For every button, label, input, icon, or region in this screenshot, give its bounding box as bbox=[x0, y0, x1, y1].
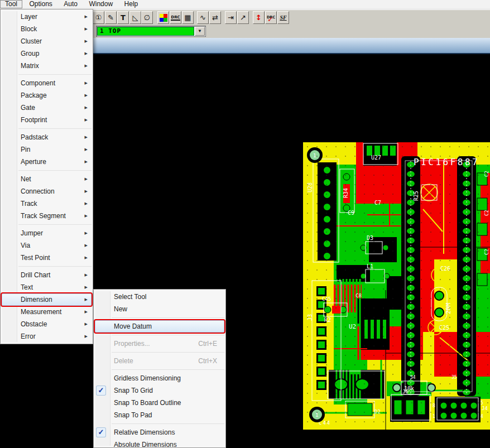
stretch-icon: ⇄ bbox=[212, 13, 218, 22]
submenu-arrow-icon: ▶ bbox=[85, 143, 88, 156]
menu-item-aperture[interactable]: Aperture▶ bbox=[2, 156, 92, 168]
menu-item-test-point[interactable]: Test Point▶ bbox=[2, 252, 92, 264]
submenu-item-absolute-dimensions[interactable]: Absolute Dimensions bbox=[95, 439, 224, 448]
menu-item-footprint[interactable]: Footprint▶ bbox=[2, 114, 92, 126]
text-tool-button[interactable]: T bbox=[117, 11, 129, 24]
submenu-item-select-tool[interactable]: Select Tool bbox=[95, 291, 224, 303]
drc-button[interactable]: DRC bbox=[170, 11, 181, 24]
submenu-item-delete: DeleteCtrl+X bbox=[95, 355, 224, 367]
menu-item-padstack[interactable]: Padstack▶ bbox=[2, 131, 92, 143]
submenu-item-new[interactable]: New bbox=[95, 303, 224, 315]
save-fanout-button[interactable]: SF bbox=[277, 11, 289, 24]
menu-item-layer[interactable]: Layer▶ bbox=[2, 11, 92, 23]
route-track-button[interactable]: ∿ bbox=[197, 11, 209, 24]
menu-window[interactable]: Window bbox=[84, 0, 117, 8]
menu-item-gate[interactable]: Gate▶ bbox=[2, 102, 92, 114]
stretch-button[interactable]: ⇄ bbox=[209, 11, 221, 24]
edit-document-button[interactable]: ✎ bbox=[105, 11, 117, 24]
dimension-submenu: Select Tool New Move Datum Properties...… bbox=[93, 289, 226, 448]
submenu-item-snap-to-grid[interactable]: ✓Snap To Grid bbox=[95, 384, 224, 397]
submenu-item-relative-dimensions[interactable]: ✓Relative Dimensions bbox=[95, 426, 224, 439]
submenu-arrow-icon: ▶ bbox=[85, 35, 88, 47]
menu-separator bbox=[18, 224, 92, 225]
menu-separator bbox=[18, 170, 92, 171]
submenu-arrow-icon: ▶ bbox=[85, 173, 88, 185]
menu-separator bbox=[18, 74, 92, 75]
text-tool-icon: T bbox=[121, 13, 126, 22]
pcb-board-view[interactable]: PIC16F887 U27 U28 R34 C7 C9 D3 L1 J3 R25… bbox=[303, 142, 490, 430]
drc-check-icon: DRC✓ bbox=[267, 16, 275, 20]
layer-dropdown-button[interactable]: ▼ bbox=[195, 27, 205, 36]
submenu-arrow-icon: ▶ bbox=[85, 227, 88, 239]
submenu-item-snap-to-board-outline[interactable]: Snap To Board Outline bbox=[95, 397, 224, 409]
shortcut-label: Ctrl+E bbox=[198, 338, 217, 350]
menu-item-matrix[interactable]: Matrix▶ bbox=[2, 60, 92, 72]
submenu-arrow-icon: ▶ bbox=[85, 318, 88, 330]
menu-item-track[interactable]: Track▶ bbox=[2, 197, 92, 210]
submenu-arrow-icon: ▶ bbox=[85, 269, 88, 281]
menu-item-error[interactable]: Error▶ bbox=[2, 330, 92, 343]
menu-item-package[interactable]: Package▶ bbox=[2, 89, 92, 102]
tool-menu: Layer▶ Block▶ Cluster▶ Group▶ Matrix▶ Co… bbox=[0, 9, 93, 344]
menu-separator bbox=[112, 352, 224, 353]
menu-item-jumper[interactable]: Jumper▶ bbox=[2, 227, 92, 239]
submenu-arrow-icon: ▶ bbox=[85, 60, 88, 72]
menu-separator bbox=[112, 335, 224, 335]
mitre-button[interactable]: ↗ bbox=[237, 11, 249, 24]
circled-one-icon: ① bbox=[95, 13, 102, 22]
pcb-grid-dots bbox=[303, 142, 490, 430]
dimension-tool-icon: ◺ bbox=[133, 13, 138, 22]
sf-icon: SF bbox=[280, 15, 286, 21]
menu-item-text[interactable]: Text▶ bbox=[2, 281, 92, 293]
submenu-arrow-icon: ▶ bbox=[85, 102, 88, 114]
track-route-icon: ∿ bbox=[200, 13, 206, 22]
menu-item-block[interactable]: Block▶ bbox=[2, 23, 92, 35]
menu-options[interactable]: Options bbox=[25, 0, 56, 8]
checkmark-icon: ✓ bbox=[96, 427, 106, 437]
menu-auto[interactable]: Auto bbox=[59, 0, 82, 8]
submenu-item-move-datum[interactable]: Move Datum bbox=[95, 320, 224, 333]
ellipse-tool-button[interactable]: ∅ bbox=[141, 11, 153, 24]
component-button[interactable]: ▦ bbox=[182, 11, 194, 24]
layer-select[interactable]: 1 TOP ▼ bbox=[96, 26, 206, 37]
menu-item-dimension[interactable]: Dimension▶ bbox=[2, 293, 92, 306]
chevron-down-icon: ▼ bbox=[198, 28, 202, 33]
submenu-item-snap-to-pad[interactable]: Snap To Pad bbox=[95, 409, 224, 421]
layer-value: 1 TOP bbox=[97, 27, 194, 36]
menu-item-drill-chart[interactable]: Drill Chart▶ bbox=[2, 269, 92, 281]
mitre-icon: ↗ bbox=[240, 13, 246, 22]
submenu-arrow-icon: ▶ bbox=[85, 281, 88, 293]
menu-tool[interactable]: Tool bbox=[0, 0, 22, 8]
submenu-item-gridless-dimensioning[interactable]: Gridless Dimensioning bbox=[95, 372, 224, 384]
submenu-arrow-icon: ▶ bbox=[85, 89, 88, 102]
menu-help[interactable]: Help bbox=[120, 0, 143, 8]
spacing-icon: ↕ bbox=[256, 13, 262, 22]
component-icon: ▦ bbox=[184, 13, 191, 22]
submenu-arrow-icon: ▶ bbox=[85, 197, 88, 210]
layer-colors-button[interactable] bbox=[157, 11, 169, 24]
menu-bar: Tool Options Auto Window Help bbox=[0, 0, 490, 9]
submenu-arrow-icon: ▶ bbox=[85, 23, 88, 35]
spacing-check-button[interactable]: ↕ bbox=[253, 11, 265, 24]
menu-item-group[interactable]: Group▶ bbox=[2, 47, 92, 60]
checkmark-icon: ✓ bbox=[96, 386, 106, 396]
pull-tight-button[interactable]: ⇥ bbox=[225, 11, 237, 24]
dimension-tool-button[interactable]: ◺ bbox=[129, 11, 141, 24]
menu-item-obstacle[interactable]: Obstacle▶ bbox=[2, 318, 92, 330]
submenu-arrow-icon: ▶ bbox=[85, 239, 88, 252]
menu-item-pin[interactable]: Pin▶ bbox=[2, 143, 92, 156]
submenu-arrow-icon: ▶ bbox=[85, 156, 88, 168]
shortcut-label: Ctrl+X bbox=[198, 355, 217, 367]
drc-icon: DRC bbox=[171, 15, 180, 21]
menu-item-net[interactable]: Net▶ bbox=[2, 173, 92, 185]
submenu-arrow-icon: ▶ bbox=[85, 47, 88, 60]
submenu-arrow-icon: ▶ bbox=[85, 131, 88, 143]
menu-item-component[interactable]: Component▶ bbox=[2, 77, 92, 89]
menu-item-cluster[interactable]: Cluster▶ bbox=[2, 35, 92, 47]
menu-item-track-segment[interactable]: Track Segment▶ bbox=[2, 210, 92, 222]
menu-item-measurement[interactable]: Measurement▶ bbox=[2, 306, 92, 318]
drc-check-button[interactable]: DRC✓ bbox=[265, 11, 277, 24]
annotation-tool-button[interactable]: ① bbox=[93, 11, 104, 24]
menu-item-via[interactable]: Via▶ bbox=[2, 239, 92, 252]
menu-item-connection[interactable]: Connection▶ bbox=[2, 185, 92, 197]
